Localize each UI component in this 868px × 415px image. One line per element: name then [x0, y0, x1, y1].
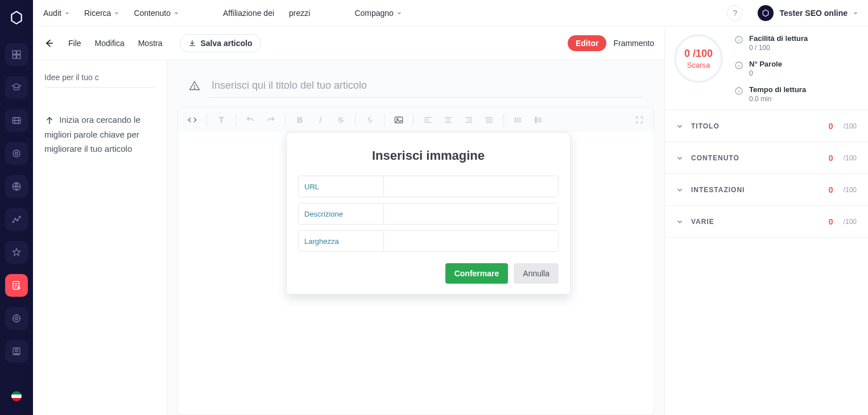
chevron-down-icon — [676, 218, 683, 225]
acc-score: 0 — [829, 217, 833, 226]
metric-readability-value: 0 / 100 — [749, 44, 808, 52]
sidebar-media[interactable] — [5, 109, 28, 132]
app-sidebar — [0, 0, 33, 415]
acc-score: 0 — [829, 185, 833, 194]
acc-item-headings[interactable]: INTESTAZIONI 0 /100 — [665, 174, 868, 206]
overall-score: 0 /100 — [684, 48, 713, 60]
italic-button[interactable]: I — [311, 110, 330, 130]
ideas-tab[interactable]: Idee per il tuo c — [44, 67, 155, 88]
ideas-hint: Inizia ora cercando le migliori parole c… — [44, 113, 155, 156]
align-left-button[interactable] — [418, 110, 437, 130]
chevron-down-icon — [397, 11, 402, 15]
back-button[interactable] — [43, 38, 55, 49]
sidebar-favorites[interactable] — [5, 241, 28, 264]
align-center-button[interactable] — [439, 110, 458, 130]
bullet-list-button[interactable] — [509, 110, 528, 130]
info-icon[interactable] — [734, 86, 743, 96]
nav-companion-label: Compagno — [354, 9, 394, 18]
acc-score: 0 — [829, 122, 833, 131]
bold-button[interactable]: B — [290, 110, 309, 130]
menu-file-label: File — [68, 39, 81, 48]
nav-audit[interactable]: Audit — [43, 9, 69, 18]
svg-point-13 — [13, 315, 20, 322]
info-icon[interactable] — [734, 61, 743, 70]
menu-edit[interactable]: Modifica — [95, 39, 125, 48]
svg-rect-0 — [13, 51, 16, 54]
chevron-down-icon — [853, 11, 858, 15]
sidebar-target[interactable] — [5, 142, 28, 165]
nav-affiliation-label: Affiliazione dei — [223, 9, 274, 18]
sidebar-globe[interactable] — [5, 175, 28, 198]
numbered-list-button[interactable]: 123 — [529, 110, 548, 130]
svg-rect-3 — [17, 55, 20, 59]
acc-label: INTESTAZIONI — [691, 186, 745, 194]
acc-den: /100 — [844, 154, 857, 162]
chevron-down-icon — [114, 11, 119, 15]
menu-show[interactable]: Mostra — [138, 39, 163, 48]
menu-show-label: Mostra — [138, 39, 163, 48]
user-menu[interactable]: Tester SEO online — [758, 5, 858, 21]
svg-point-16 — [15, 349, 18, 352]
sidebar-profile[interactable] — [5, 340, 28, 363]
svg-point-22 — [515, 121, 516, 122]
nav-affiliation[interactable]: Affiliazione dei — [223, 9, 274, 18]
chevron-down-icon — [676, 123, 683, 130]
nav-content[interactable]: Contenuto — [134, 9, 179, 18]
help-button[interactable]: ? — [727, 5, 743, 21]
image-button[interactable] — [389, 110, 408, 130]
svg-point-14 — [15, 317, 18, 320]
editor-body[interactable]: Inserisci immagine URL Descrizione Largh… — [177, 132, 654, 415]
user-badge-icon — [758, 5, 774, 21]
code-view-button[interactable] — [183, 110, 202, 130]
nav-research[interactable]: Ricerca — [84, 9, 119, 18]
acc-item-title[interactable]: TITOLO 0 /100 — [665, 110, 868, 142]
undo-button[interactable] — [241, 110, 260, 130]
sidebar-analytics[interactable] — [5, 208, 28, 231]
input-width[interactable] — [384, 231, 558, 251]
overall-quality: Scarsa — [687, 61, 710, 69]
metric-readtime-label: Tempo di lettura — [749, 85, 806, 94]
acc-item-content[interactable]: CONTENUTO 0 /100 — [665, 142, 868, 174]
fullscreen-button[interactable] — [630, 110, 649, 130]
strikethrough-button[interactable]: S — [331, 110, 350, 130]
language-switcher[interactable] — [11, 391, 22, 401]
nav-prices-label: prezzi — [289, 9, 310, 18]
metric-lines: Facilità di lettura 0 / 100 N° Parole 0 — [734, 34, 808, 103]
align-justify-button[interactable] — [480, 110, 499, 130]
svg-rect-2 — [13, 55, 16, 59]
save-article-button[interactable]: Salva articolo — [180, 34, 261, 52]
nav-prices[interactable]: prezzi — [289, 9, 310, 18]
align-right-button[interactable] — [459, 110, 478, 130]
modal-actions: Confermare Annulla — [298, 263, 559, 284]
nav-audit-label: Audit — [43, 9, 61, 18]
metric-readtime-value: 0.0 min — [749, 95, 806, 103]
svg-point-17 — [194, 88, 195, 89]
sidebar-education[interactable] — [5, 76, 28, 99]
acc-label: VARIE — [691, 218, 714, 226]
sidebar-content-editor[interactable] — [5, 274, 28, 297]
chevron-down-icon — [676, 186, 683, 193]
tab-editor[interactable]: Editor — [568, 35, 606, 51]
download-icon — [188, 39, 196, 47]
nav-companion[interactable]: Compagno — [354, 9, 402, 18]
input-url[interactable] — [384, 176, 558, 197]
sidebar-dashboard[interactable] — [5, 43, 28, 66]
tab-fragment[interactable]: Frammento — [613, 39, 654, 48]
acc-item-misc[interactable]: VARIE 0 /100 — [665, 206, 868, 238]
sidebar-settings[interactable] — [5, 307, 28, 330]
cancel-button[interactable]: Annulla — [514, 263, 559, 284]
redo-button[interactable] — [261, 110, 280, 130]
label-width: Larghezza — [299, 231, 384, 251]
editor-area: T B I S 123 Inserisc — [167, 60, 664, 415]
article-title-input[interactable] — [209, 74, 643, 98]
heading-button[interactable]: T — [212, 110, 231, 130]
confirm-button[interactable]: Confermare — [445, 263, 509, 284]
field-description: Descrizione — [298, 203, 559, 225]
input-description[interactable] — [384, 204, 558, 224]
svg-point-20 — [515, 117, 516, 118]
link-button[interactable] — [360, 110, 379, 130]
menu-file[interactable]: File — [68, 39, 81, 48]
info-icon[interactable] — [734, 35, 743, 44]
metrics-accordion: TITOLO 0 /100 CONTENUTO 0 /100 INTESTAZI… — [665, 110, 868, 238]
field-url: URL — [298, 176, 559, 197]
